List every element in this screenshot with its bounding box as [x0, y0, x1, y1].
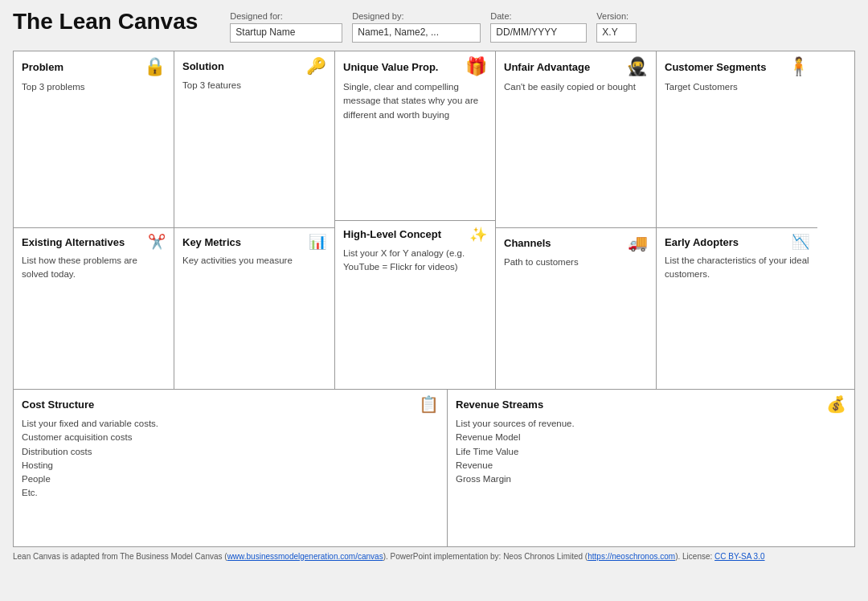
designed-by-label: Designed by: — [352, 11, 481, 21]
footer-text-3: ). License: — [675, 552, 714, 561]
cost-line-3: Distribution costs — [22, 445, 439, 459]
uvp-content: Single, clear and compelling message tha… — [343, 80, 487, 122]
cost-structure-content: List your fixed and variable costs. Cust… — [22, 417, 439, 501]
customer-segments-content: Target Customers — [665, 80, 809, 94]
revenue-streams-content: List your sources of revenue. Revenue Mo… — [456, 417, 846, 486]
revenue-line-4: Revenue — [456, 459, 846, 472]
unfair-advantage-icon: 🥷 — [626, 58, 648, 76]
revenue-line-1: List your sources of revenue. — [456, 417, 846, 431]
cost-structure-cell: Cost Structure 📋 List your fixed and var… — [14, 390, 448, 546]
unfair-advantage-content: Can't be easily copied or bought — [504, 80, 648, 94]
unfair-advantage-cell: Unfair Advantage 🥷 Can't be easily copie… — [496, 51, 656, 228]
key-metrics-title: Key Metrics 📊 — [182, 235, 326, 249]
cost-structure-title: Cost Structure 📋 — [22, 396, 439, 412]
cost-structure-icon: 📋 — [419, 396, 439, 412]
high-level-concept-icon: ✨ — [469, 227, 487, 242]
cost-line-6: Etc. — [22, 486, 439, 500]
key-metrics-icon: 📊 — [309, 235, 326, 249]
early-adopters-cell: Early Adopters 📉 List the characteristic… — [657, 228, 817, 389]
problem-cell: Problem 🔒 Top 3 problems — [14, 51, 174, 228]
solution-content: Top 3 features — [182, 79, 326, 92]
early-adopters-title: Early Adopters 📉 — [665, 235, 809, 249]
startup-name-input[interactable]: Startup Name — [230, 23, 342, 43]
designed-for-label: Designed for: — [230, 11, 342, 21]
existing-alternatives-title: Existing Alternatives ✂️ — [22, 235, 166, 249]
high-level-concept-title: High-Level Concept ✨ — [343, 227, 487, 242]
problem-title: Problem 🔒 — [22, 58, 166, 76]
revenue-line-5: Gross Margin — [456, 472, 846, 486]
cost-line-1: List your fixed and variable costs. — [22, 417, 439, 431]
solution-title: Solution 🔑 — [182, 58, 326, 74]
cost-line-2: Customer acquisition costs — [22, 431, 439, 444]
revenue-streams-cell: Revenue Streams 💰 List your sources of r… — [448, 390, 854, 546]
revenue-line-3: Life Time Value — [456, 445, 846, 459]
high-level-concept-cell: High-Level Concept ✨ List your X for Y a… — [335, 221, 495, 390]
footer-license-link[interactable]: CC BY-SA 3.0 — [714, 552, 764, 561]
channels-content: Path to customers — [504, 256, 648, 269]
early-adopters-content: List the characteristics of your ideal c… — [665, 254, 809, 282]
customer-segments-icon: 🧍 — [788, 58, 809, 76]
designed-by-input[interactable]: Name1, Name2, ... — [352, 23, 481, 43]
footer-text-1: Lean Canvas is adapted from The Business… — [13, 552, 227, 561]
existing-alternatives-icon: ✂️ — [148, 235, 166, 249]
channels-title: Channels 🚚 — [504, 235, 648, 251]
channels-icon: 🚚 — [628, 235, 648, 251]
solution-cell: Solution 🔑 Top 3 features — [174, 51, 334, 228]
customer-segments-cell: Customer Segments 🧍 Target Customers — [657, 51, 817, 228]
version-label: Version: — [596, 11, 637, 21]
page-title: The Lean Canvas — [13, 10, 198, 35]
lean-canvas: Problem 🔒 Top 3 problems Existing Altern… — [13, 51, 855, 547]
key-metrics-cell: Key Metrics 📊 Key activities you measure — [174, 228, 334, 389]
footer-text-2: ). PowerPoint implementation by: Neos Ch… — [383, 552, 588, 561]
cost-line-5: People — [22, 472, 439, 486]
existing-alternatives-content: List how these problems are solved today… — [22, 254, 166, 282]
footer-link-2[interactable]: https://neoschronos.com — [588, 552, 675, 561]
footer: Lean Canvas is adapted from The Business… — [13, 552, 855, 561]
revenue-streams-title: Revenue Streams 💰 — [456, 396, 846, 412]
revenue-line-2: Revenue Model — [456, 431, 846, 444]
unfair-advantage-title: Unfair Advantage 🥷 — [504, 58, 648, 76]
problem-content: Top 3 problems — [22, 80, 166, 94]
uvp-title: Unique Value Prop. 🎁 — [343, 58, 487, 76]
customer-segments-title: Customer Segments 🧍 — [665, 58, 809, 76]
existing-alternatives-cell: Existing Alternatives ✂️ List how these … — [14, 228, 174, 389]
date-input[interactable]: DD/MM/YYYY — [490, 23, 587, 43]
channels-cell: Channels 🚚 Path to customers — [496, 228, 656, 389]
high-level-concept-content: List your X for Y analogy (e.g. YouTube … — [343, 247, 487, 275]
problem-icon: 🔒 — [144, 58, 166, 76]
version-input[interactable]: X.Y — [596, 23, 637, 43]
date-label: Date: — [490, 11, 587, 21]
key-metrics-content: Key activities you measure — [182, 254, 326, 268]
early-adopters-icon: 📉 — [792, 235, 809, 249]
footer-link-1[interactable]: www.businessmodelgeneration.com/canvas — [227, 552, 383, 561]
revenue-streams-icon: 💰 — [826, 396, 846, 412]
cost-line-4: Hosting — [22, 459, 439, 472]
solution-icon: 🔑 — [306, 58, 326, 74]
uvp-cell: Unique Value Prop. 🎁 Single, clear and c… — [335, 51, 495, 221]
uvp-icon: 🎁 — [465, 58, 487, 76]
